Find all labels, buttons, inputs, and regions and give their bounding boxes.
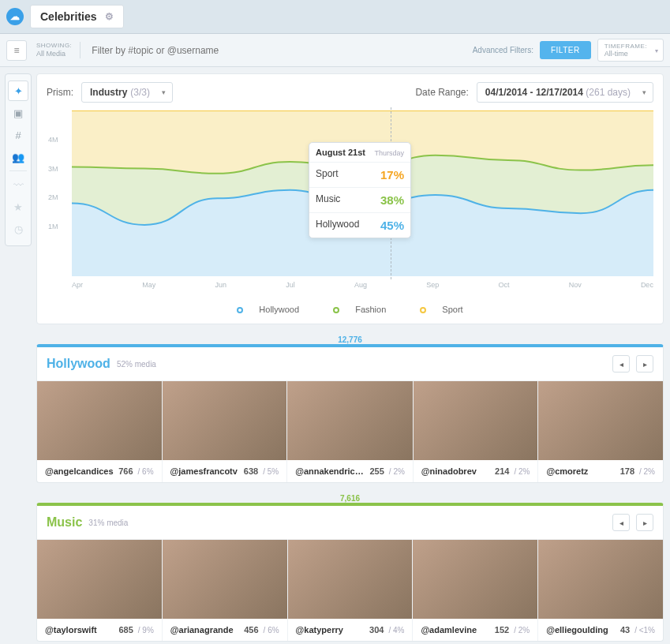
user-handle: @adamlevine: [421, 625, 489, 635]
rail-hashtag-icon[interactable]: #: [8, 125, 28, 145]
item-count: 214: [495, 466, 509, 476]
tooltip-row-pct: 45%: [380, 219, 404, 232]
rail-share-icon[interactable]: ✦: [8, 80, 28, 101]
user-handle: @cmoretz: [546, 466, 615, 476]
item-count: 685: [118, 625, 133, 635]
chart-body: August 21st Thursday Sport 17% Music 38%…: [37, 110, 663, 297]
thumbnail-image: [163, 540, 287, 619]
media-item[interactable]: @cmoretz 178 / 2%: [538, 380, 663, 482]
showing-block[interactable]: SHOWING: All Media: [33, 42, 80, 58]
media-item[interactable]: @angelcandices 766 / 6%: [37, 380, 163, 482]
date-range-value: 04/1/2014 - 12/17/2014: [485, 87, 583, 98]
rail-trends-icon[interactable]: 〰: [8, 174, 28, 195]
timeframe-select[interactable]: TIMEFRAME: All-time: [597, 39, 664, 62]
user-handle: @arianagrande: [170, 625, 239, 635]
rail-people-icon[interactable]: 👥: [8, 147, 28, 167]
gear-icon[interactable]: ⚙: [105, 11, 114, 22]
prism-value: Industry: [90, 87, 127, 98]
page-title-text: Celebrities: [40, 10, 97, 23]
item-pct: / 2%: [639, 467, 655, 476]
item-pct: / 4%: [388, 626, 404, 635]
user-handle: @taylorswift: [45, 625, 114, 635]
item-pct: / 9%: [138, 626, 154, 635]
y-tick: 1M: [48, 223, 58, 230]
media-item[interactable]: @ninadobrev 214 / 2%: [414, 380, 539, 482]
prism-label: Prism:: [47, 87, 73, 98]
filter-button[interactable]: FILTER: [540, 41, 591, 59]
top-bar: ☁ Celebrities ⚙: [0, 0, 670, 34]
next-button[interactable]: ▸: [636, 355, 653, 373]
rail-star-icon[interactable]: ★: [8, 197, 28, 217]
x-tick: Jun: [215, 281, 226, 289]
user-handle: @elliegoulding: [546, 625, 616, 635]
thumbnail-image: [37, 540, 162, 619]
tooltip-row-pct: 17%: [380, 168, 404, 182]
media-item[interactable]: @jamesfrancotv 638 / 5%: [163, 380, 288, 482]
item-count: 255: [369, 466, 384, 476]
chart-y-axis: 1M2M3M4M: [48, 110, 72, 256]
user-handle: @katyperry: [296, 625, 365, 635]
x-tick: Nov: [569, 281, 582, 289]
prev-button[interactable]: ◂: [612, 514, 630, 531]
category-card: Music 31% media ◂ ▸ @taylorswift 685 / 9…: [36, 503, 664, 642]
legend-fashion[interactable]: Fashion: [325, 305, 394, 314]
rail-clock-icon[interactable]: ◷: [8, 219, 28, 239]
x-tick: Oct: [498, 281, 509, 289]
dot-icon: [237, 307, 243, 313]
tooltip-row-label: Hollywood: [316, 219, 359, 232]
media-item[interactable]: @taylorswift 685 / 9%: [37, 539, 163, 641]
page-title[interactable]: Celebrities ⚙: [30, 5, 124, 28]
item-pct: / <1%: [634, 626, 655, 635]
item-count: 43: [620, 625, 630, 635]
item-pct: / 2%: [514, 467, 530, 476]
thumbnail-image: [538, 540, 663, 619]
prev-button[interactable]: ◂: [612, 355, 630, 373]
thumbnail-image: [538, 381, 663, 460]
media-item[interactable]: @annakendrick47 255 / 2%: [287, 380, 414, 482]
category-title: Hollywood: [47, 357, 110, 371]
item-pct: / 6%: [264, 626, 279, 635]
timeframe-value: All-time: [604, 50, 647, 58]
item-pct: / 5%: [263, 467, 279, 476]
prism-select[interactable]: Industry (3/3): [81, 82, 173, 103]
thumbnail-image: [37, 381, 162, 460]
search-input[interactable]: [87, 40, 466, 61]
rail-separator: [9, 170, 27, 171]
menu-icon[interactable]: ≡: [6, 40, 27, 61]
x-tick: Aug: [354, 281, 367, 289]
x-tick: Apr: [72, 281, 83, 289]
next-button[interactable]: ▸: [636, 514, 653, 531]
x-tick: Jul: [286, 281, 295, 289]
item-count: 456: [244, 625, 258, 635]
category-title: Music: [47, 515, 82, 530]
advanced-filters-link[interactable]: Advanced Filters:: [473, 46, 533, 54]
rail-image-icon[interactable]: ▣: [8, 103, 28, 123]
dot-icon: [333, 307, 339, 313]
category-count: 12,776: [36, 335, 664, 344]
y-tick: 3M: [48, 165, 58, 173]
legend-hollywood[interactable]: Hollywood: [229, 305, 307, 314]
thumbnail-row: @angelcandices 766 / 6% @jamesfrancotv 6…: [37, 380, 663, 482]
category-header: Hollywood 52% media ◂ ▸: [37, 347, 663, 380]
chart-plot[interactable]: August 21st Thursday Sport 17% Music 38%…: [72, 110, 653, 276]
tooltip-date: August 21st: [316, 148, 365, 157]
date-range-days: (261 days): [586, 87, 631, 98]
media-item[interactable]: @adamlevine 152 / 2%: [413, 539, 538, 641]
media-item[interactable]: @arianagrande 456 / 6%: [163, 539, 288, 641]
category-media-pct: 52% media: [117, 360, 156, 369]
date-range-label: Date Range:: [415, 87, 468, 98]
item-count: 638: [244, 466, 258, 476]
thumbnail-image: [287, 381, 413, 460]
chart-card: Prism: Industry (3/3) Date Range: 04/1/2…: [36, 73, 664, 324]
tooltip-row-pct: 38%: [380, 193, 404, 207]
media-item[interactable]: @katyperry 304 / 4%: [288, 539, 414, 641]
thumbnail-image: [414, 381, 538, 460]
y-tick: 2M: [48, 193, 58, 201]
chart-legend: Hollywood Fashion Sport: [37, 297, 663, 324]
legend-sport[interactable]: Sport: [412, 305, 470, 314]
chart-header: Prism: Industry (3/3) Date Range: 04/1/2…: [37, 74, 663, 110]
item-count: 152: [495, 625, 509, 635]
media-item[interactable]: @elliegoulding 43 / <1%: [538, 539, 663, 641]
category-card: Hollywood 52% media ◂ ▸ @angelcandices 7…: [36, 344, 664, 483]
date-range-select[interactable]: 04/1/2014 - 12/17/2014 (261 days): [477, 82, 653, 103]
